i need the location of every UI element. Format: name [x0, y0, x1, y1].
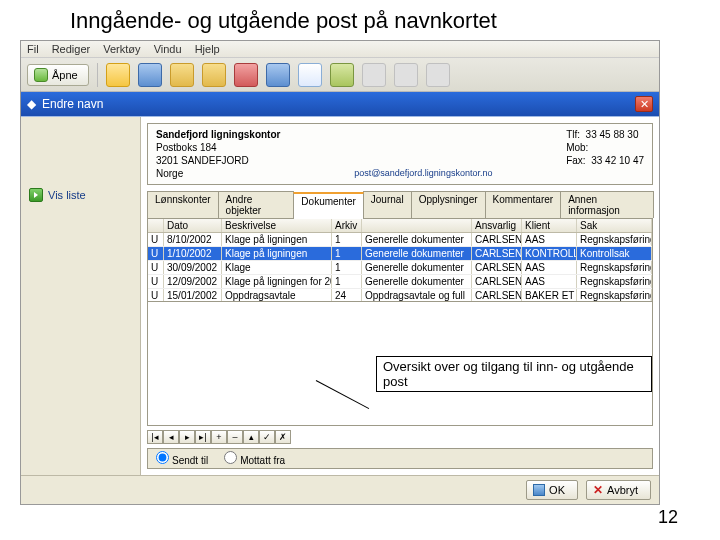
- table-row[interactable]: U1/10/2002Klage på ligningen1Generelle d…: [148, 247, 652, 261]
- cell: Regnskapsføring 2002: [577, 233, 652, 246]
- radio-bar: Sendt til Mottatt fra: [147, 448, 653, 469]
- pager-button[interactable]: ✗: [275, 430, 291, 444]
- contact-info: Sandefjord ligningskontor Postboks 184 3…: [147, 123, 653, 185]
- cell: Klage på ligningen: [222, 233, 332, 246]
- cell: CARLSEN: [472, 275, 522, 288]
- close-button[interactable]: ✕: [635, 96, 653, 112]
- tabbar: Lønnskonter Andre objekter Dokumenter Jo…: [147, 191, 653, 219]
- pager-button[interactable]: ▸|: [195, 430, 211, 444]
- toolbar-icon[interactable]: [362, 63, 386, 87]
- window-icon: ◆: [27, 97, 36, 111]
- page-icon[interactable]: [298, 63, 322, 87]
- radio-mottatt[interactable]: Mottatt fra: [224, 451, 285, 466]
- pager-button[interactable]: |◂: [147, 430, 163, 444]
- tab-annen-info[interactable]: Annen informasjon: [560, 191, 654, 218]
- cell: Generelle dokumenter: [362, 233, 472, 246]
- cell: BAKER ET: [522, 289, 577, 301]
- cell: 1: [332, 261, 362, 274]
- toolbar-icon[interactable]: [394, 63, 418, 87]
- col-blank2[interactable]: [362, 219, 472, 232]
- cell: 8/10/2002: [164, 233, 222, 246]
- cell: U: [148, 261, 164, 274]
- document-grid: Dato Beskrivelse Arkiv Ansvarlig Klient …: [147, 219, 653, 302]
- cell: 24: [332, 289, 362, 301]
- fax-value: 33 42 10 47: [591, 155, 644, 166]
- tab-dokumenter[interactable]: Dokumenter: [293, 192, 363, 219]
- contact-name: Sandefjord ligningskontor: [156, 128, 280, 141]
- mob-label: Mob:: [566, 142, 588, 153]
- ok-button[interactable]: OK: [526, 480, 578, 500]
- pager-button[interactable]: ▴: [243, 430, 259, 444]
- pager-button[interactable]: ✓: [259, 430, 275, 444]
- cell: Regnskapsføring 2003: [577, 275, 652, 288]
- go-icon: [29, 188, 43, 202]
- cell: KONTROLL: [522, 247, 577, 260]
- pager-button[interactable]: –: [227, 430, 243, 444]
- inner-window: Vis liste Sandefjord ligningskontor Post…: [21, 116, 659, 504]
- folder-icon[interactable]: [170, 63, 194, 87]
- grid-header: Dato Beskrivelse Arkiv Ansvarlig Klient …: [148, 219, 652, 233]
- menu-fil[interactable]: Fil: [27, 43, 39, 55]
- table-row[interactable]: U30/09/2002Klage1Generelle dokumenterCAR…: [148, 261, 652, 275]
- contact-email[interactable]: post@sandefjord.ligningskontor.no: [354, 168, 492, 180]
- menu-rediger[interactable]: Rediger: [52, 43, 91, 55]
- menu-verktoy[interactable]: Verktøy: [103, 43, 140, 55]
- cancel-label: Avbryt: [607, 484, 638, 496]
- menu-hjelp[interactable]: Hjelp: [195, 43, 220, 55]
- tlf-value: 33 45 88 30: [586, 129, 639, 140]
- contact-line2: 3201 SANDEFJORD: [156, 154, 280, 167]
- col-ansvarlig[interactable]: Ansvarlig: [472, 219, 522, 232]
- open-button[interactable]: Åpne: [27, 64, 89, 86]
- vis-liste[interactable]: Vis liste: [21, 185, 140, 205]
- cell: CARLSEN: [472, 289, 522, 301]
- col-sak[interactable]: Sak: [577, 219, 652, 232]
- table-row[interactable]: U8/10/2002Klage på ligningen1Generelle d…: [148, 233, 652, 247]
- table-row[interactable]: U15/01/2002Oppdragsavtale24Oppdragsavtal…: [148, 289, 652, 301]
- cell: AAS: [522, 233, 577, 246]
- contact-line1: Postboks 184: [156, 141, 280, 154]
- app-window: Fil Rediger Verktøy Vindu Hjelp Åpne ◆ E…: [20, 40, 660, 505]
- grid-space: Oversikt over og tilgang til inn- og utg…: [147, 302, 653, 426]
- tab-lonnskonter[interactable]: Lønnskonter: [147, 191, 219, 218]
- tab-kommentarer[interactable]: Kommentarer: [485, 191, 562, 218]
- col-dato[interactable]: Dato: [164, 219, 222, 232]
- col-blank[interactable]: [148, 219, 164, 232]
- cell: Klage på ligningen for 2001: [222, 275, 332, 288]
- cell: 30/09/2002: [164, 261, 222, 274]
- tab-opplysninger[interactable]: Opplysninger: [411, 191, 486, 218]
- open-icon: [34, 68, 48, 82]
- pager-button[interactable]: ◂: [163, 430, 179, 444]
- cell: Generelle dokumenter: [362, 261, 472, 274]
- cell: 1: [332, 275, 362, 288]
- grid-body: U8/10/2002Klage på ligningen1Generelle d…: [148, 233, 652, 301]
- toolbar-icon[interactable]: [234, 63, 258, 87]
- cell: AAS: [522, 275, 577, 288]
- cell: Regnskapsføring 2002: [577, 261, 652, 274]
- contact-line3: Norge: [156, 167, 280, 180]
- col-klient[interactable]: Klient: [522, 219, 577, 232]
- cell: CARLSEN: [472, 233, 522, 246]
- table-row[interactable]: U12/09/2002Klage på ligningen for 20011G…: [148, 275, 652, 289]
- cell: CARLSEN: [472, 247, 522, 260]
- radio-sendt[interactable]: Sendt til: [156, 451, 208, 466]
- callout-line: [316, 380, 369, 409]
- col-beskrivelse[interactable]: Beskrivelse: [222, 219, 332, 232]
- toolbar-icon[interactable]: [106, 63, 130, 87]
- cell: Oppdragsavtale: [222, 289, 332, 301]
- cancel-button[interactable]: ✕ Avbryt: [586, 480, 651, 500]
- tab-journal[interactable]: Journal: [363, 191, 412, 218]
- book-icon[interactable]: [330, 63, 354, 87]
- menu-vindu[interactable]: Vindu: [154, 43, 182, 55]
- folder-icon[interactable]: [202, 63, 226, 87]
- toolbar-icon[interactable]: [138, 63, 162, 87]
- toolbar-icon[interactable]: [266, 63, 290, 87]
- toolbar-separator: [97, 63, 98, 87]
- tab-andre-objekter[interactable]: Andre objekter: [218, 191, 295, 218]
- pager-button[interactable]: ▸: [179, 430, 195, 444]
- pager-button[interactable]: +: [211, 430, 227, 444]
- col-arkiv[interactable]: Arkiv: [332, 219, 362, 232]
- fax-label: Fax:: [566, 155, 585, 166]
- cell: Generelle dokumenter: [362, 275, 472, 288]
- toolbar-icon[interactable]: [426, 63, 450, 87]
- tlf-label: Tlf:: [566, 129, 580, 140]
